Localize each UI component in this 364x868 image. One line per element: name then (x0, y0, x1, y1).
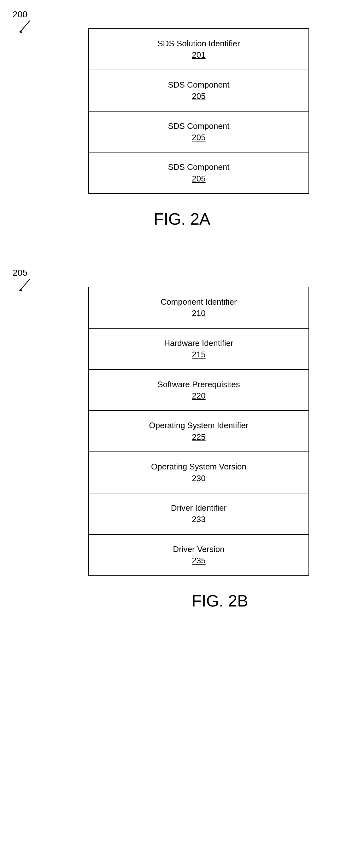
fig2b-box: Component Identifier 210 Hardware Identi… (88, 287, 309, 576)
fig2b-label: 205 (12, 268, 27, 278)
fig2a-section: 200 SDS Solution Identifier 201 SDS Comp… (12, 9, 352, 228)
fig2a-cell-1-number: 205 (95, 90, 302, 102)
fig2a-cell-0-text: SDS Solution Identifier (158, 39, 240, 48)
fig2b-title: FIG. 2B (88, 591, 352, 610)
fig2a-cell-3-number: 205 (95, 173, 302, 184)
fig2b-cell-0-text: Component Identifier (161, 297, 236, 307)
fig2b-cell-2-number: 220 (95, 390, 302, 401)
fig2b-diagram: Component Identifier 210 Hardware Identi… (88, 287, 309, 576)
fig2a-arrow-icon (17, 19, 36, 35)
fig2b-cell-driver-id: Driver Identifier 233 (89, 493, 308, 535)
svg-line-0 (21, 21, 30, 32)
fig2a-cell-1-text: SDS Component (168, 80, 229, 90)
fig2b-cell-1-text: Hardware Identifier (164, 338, 233, 348)
fig2b-cell-hardware-id: Hardware Identifier 215 (89, 329, 308, 370)
fig2b-cell-component-id: Component Identifier 210 (89, 287, 308, 329)
fig2a-cell-sds-component-1: SDS Component 205 (89, 70, 308, 112)
fig2a-cell-2-text: SDS Component (168, 121, 229, 131)
fig2a-cell-0-number: 201 (95, 49, 302, 61)
fig2b-cell-os-version: Operating System Version 230 (89, 452, 308, 493)
fig2b-cell-software-prereq: Software Prerequisites 220 (89, 370, 308, 411)
fig2b-cell-2-text: Software Prerequisites (158, 380, 240, 389)
fig2a-cell-sds-component-2: SDS Component 205 (89, 112, 308, 153)
fig2b-cell-6-number: 235 (95, 555, 302, 566)
svg-line-2 (21, 279, 30, 290)
fig2b-section: 205 Component Identifier 210 Hardware Id… (12, 268, 352, 610)
fig2b-cell-3-text: Operating System Identifier (149, 421, 248, 430)
fig2b-cell-4-number: 230 (95, 473, 302, 484)
fig2b-cell-driver-version: Driver Version 235 (89, 535, 308, 575)
fig2a-cell-3-text: SDS Component (168, 162, 229, 172)
fig2a-title: FIG. 2A (12, 210, 352, 228)
fig2a-cell-2-number: 205 (95, 132, 302, 143)
fig2b-cell-1-number: 215 (95, 349, 302, 360)
fig2b-cell-4-text: Operating System Version (151, 462, 246, 471)
fig2a-label: 200 (12, 9, 27, 20)
fig2b-cell-5-number: 233 (95, 514, 302, 525)
fig2a-cell-sds-solution: SDS Solution Identifier 201 (89, 29, 308, 70)
fig2b-cell-6-text: Driver Version (173, 545, 224, 554)
fig2b-arrow-icon (17, 277, 36, 293)
fig2a-diagram: SDS Solution Identifier 201 SDS Componen… (88, 28, 309, 194)
fig2a-cell-sds-component-3: SDS Component 205 (89, 153, 308, 193)
fig2b-cell-3-number: 225 (95, 431, 302, 443)
fig2b-cell-os-id: Operating System Identifier 225 (89, 411, 308, 452)
fig2b-cell-5-text: Driver Identifier (171, 503, 226, 513)
fig2b-cell-0-number: 210 (95, 308, 302, 319)
fig2a-box: SDS Solution Identifier 201 SDS Componen… (88, 28, 309, 194)
page: 200 SDS Solution Identifier 201 SDS Comp… (0, 0, 364, 868)
